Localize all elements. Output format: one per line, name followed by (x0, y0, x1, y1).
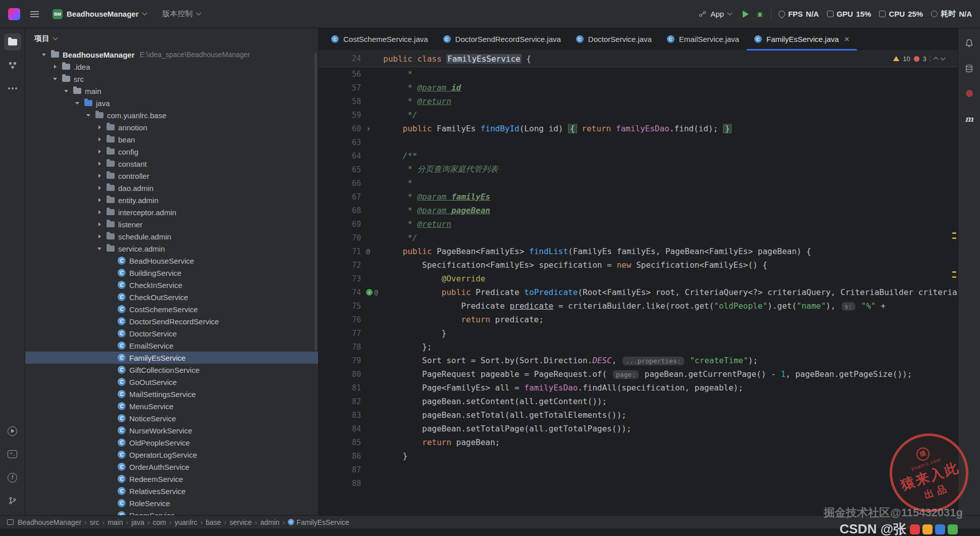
breadcrumb-item[interactable]: BeadhouseManager (18, 518, 81, 526)
chevron-right-icon[interactable] (95, 137, 104, 141)
chevron-right-icon[interactable] (95, 210, 104, 214)
vcs-branch-icon[interactable] (4, 492, 21, 509)
breadcrumb-item[interactable]: service (229, 518, 251, 526)
tree-item-EmailService[interactable]: CEmailService (25, 339, 318, 352)
editor-tab[interactable]: CDoctorService.java (569, 28, 659, 50)
chevron-right-icon[interactable] (50, 65, 60, 69)
tree-item-RoomService[interactable]: CRoomService (25, 509, 318, 515)
warning-stripe-mark[interactable] (952, 271, 956, 273)
breadcrumb-item[interactable]: java (131, 518, 144, 526)
code-line[interactable]: 65 * 分页查询家庭代管列表 (319, 163, 958, 176)
line-number[interactable]: 72 (319, 261, 361, 270)
code-text[interactable]: public class FamilyEsService { (383, 54, 958, 64)
tree-item-RedeemService[interactable]: CRedeemService (25, 473, 318, 485)
line-number[interactable]: 83 (319, 411, 361, 420)
code-line[interactable]: 68 * @param pageBean (319, 204, 958, 217)
warning-stripe-mark[interactable] (952, 237, 956, 239)
line-number[interactable]: 79 (319, 356, 361, 365)
code-line[interactable]: 71@ public PageBean<FamilyEs> findList(F… (319, 245, 958, 258)
editor-tab[interactable]: CFamilyEsService.java× (747, 28, 857, 50)
code-text[interactable]: * @return (383, 96, 958, 106)
code-text[interactable]: }; (383, 342, 958, 352)
chevron-down-icon[interactable] (84, 114, 93, 117)
breadcrumb-item[interactable]: com (153, 518, 166, 526)
tree-item-DoctorSendRecordService[interactable]: CDoctorSendRecordService (25, 315, 318, 327)
warning-stripe-mark[interactable] (952, 276, 956, 278)
tree-item-DoctorService[interactable]: CDoctorService (25, 327, 318, 339)
maven-tool-icon[interactable]: m (961, 110, 978, 127)
tree-item-OrderAuthService[interactable]: COrderAuthService (25, 461, 318, 473)
editor-tab[interactable]: CCostSchemeService.java (324, 28, 436, 50)
code-text[interactable]: @Override (383, 274, 958, 283)
line-number[interactable]: 59 (319, 111, 361, 120)
line-number[interactable]: 87 (319, 465, 361, 474)
line-number[interactable]: 73 (319, 274, 361, 283)
warning-stripe-mark[interactable] (952, 232, 956, 234)
line-number[interactable]: 82 (319, 397, 361, 406)
analysis-stripe[interactable] (951, 67, 958, 515)
annotation-gutter-icon[interactable]: @ (366, 248, 370, 255)
code-line[interactable]: 87 (319, 463, 958, 476)
code-text[interactable]: * @param id (383, 83, 958, 92)
line-number[interactable]: 24 (319, 54, 361, 63)
override-gutter-icon[interactable]: ↑ (366, 289, 373, 296)
code-line[interactable]: 80 PageRequest pageable = PageRequest.of… (319, 367, 958, 381)
code-text[interactable]: */ (383, 233, 958, 242)
editor-tab[interactable]: CEmailService.java (659, 28, 747, 50)
chevron-down-icon[interactable] (50, 78, 60, 80)
chevron-down-icon[interactable] (62, 90, 71, 92)
tree-item-GiftCollectionService[interactable]: CGiftCollectionService (25, 364, 318, 376)
tree-item-CheckOutService[interactable]: CCheckOutService (25, 291, 318, 303)
code-line[interactable]: 60› public FamilyEs findById(Long id) { … (319, 122, 958, 135)
tree-item-OperatorLogService[interactable]: COperatorLogService (25, 449, 318, 461)
code-line[interactable]: 79 Sort sort = Sort.by(Sort.Direction.DE… (319, 354, 958, 367)
code-line[interactable]: 69 * @return (319, 217, 958, 231)
fold-arrow-icon[interactable]: › (366, 124, 371, 133)
database-tool-icon[interactable] (961, 60, 978, 77)
tree-item-RoleService[interactable]: CRoleService (25, 497, 318, 509)
code-text[interactable]: Specification<FamilyEs> specification = … (383, 260, 958, 270)
code-text[interactable]: * @param familyEs (383, 192, 958, 202)
tree-item-src[interactable]: src (25, 73, 318, 85)
code-line[interactable]: 84 pageBean.setTotalPage(all.getTotalPag… (319, 422, 958, 435)
code-line[interactable]: 59 */ (319, 108, 958, 122)
code-line[interactable]: 88 (319, 476, 958, 490)
run-button[interactable] (743, 11, 749, 18)
line-number[interactable]: 63 (319, 138, 361, 147)
line-number[interactable]: 58 (319, 97, 361, 106)
code-text[interactable]: pageBean.setTotalPage(all.getTotalPages(… (383, 424, 958, 433)
code-line[interactable]: 86 } (319, 449, 958, 463)
code-text[interactable]: PageRequest pageable = PageRequest.of( p… (383, 369, 958, 379)
breadcrumb-item[interactable]: main (108, 518, 123, 526)
tree-item-FamilyEsService[interactable]: CFamilyEsService (25, 352, 318, 364)
chevron-right-icon[interactable] (95, 162, 104, 166)
code-text[interactable]: * (383, 69, 958, 79)
editor-tab[interactable]: CDoctorSendRecordService.java (436, 28, 569, 50)
code-line[interactable]: 75 Predicate predicate = criteriaBuilder… (319, 299, 958, 313)
line-number[interactable]: 67 (319, 192, 361, 202)
code-text[interactable]: } (383, 328, 958, 338)
chevron-right-icon[interactable] (95, 174, 104, 178)
line-number[interactable]: 71 (319, 247, 361, 256)
more-tools-icon[interactable] (4, 80, 21, 97)
line-number[interactable]: 68 (319, 206, 361, 215)
code-area[interactable]: 56 *57 * @param id58 * @return59 */60› p… (319, 67, 958, 515)
code-line[interactable]: 64 /** (319, 149, 958, 163)
code-line[interactable]: 74↑@ public Predicate toPredicate(Root<F… (319, 285, 958, 299)
line-number[interactable]: 65 (319, 165, 361, 174)
code-line[interactable]: 70 */ (319, 231, 958, 245)
code-line[interactable]: 24public class FamilyEsService { (319, 52, 958, 66)
tree-item-CostSchemeService[interactable]: CCostSchemeService (25, 303, 318, 315)
tree-item-BuildingService[interactable]: CBuildingService (25, 267, 318, 279)
vcs-widget[interactable]: 版本控制 (159, 7, 204, 21)
breadcrumb-item[interactable]: admin (261, 518, 280, 526)
close-icon[interactable]: × (844, 35, 849, 43)
chevron-down-icon[interactable] (95, 248, 104, 250)
structure-tool-icon[interactable] (4, 57, 21, 74)
code-line[interactable]: 58 * @return (319, 94, 958, 108)
code-text[interactable]: pageBean.setTotal(all.getTotalElements()… (383, 410, 958, 420)
line-number[interactable]: 77 (319, 329, 361, 338)
annotation-gutter-icon[interactable]: @ (374, 288, 378, 296)
tree-item-listener[interactable]: listener (25, 218, 318, 230)
code-line[interactable]: 72 Specification<FamilyEs> specification… (319, 258, 958, 272)
